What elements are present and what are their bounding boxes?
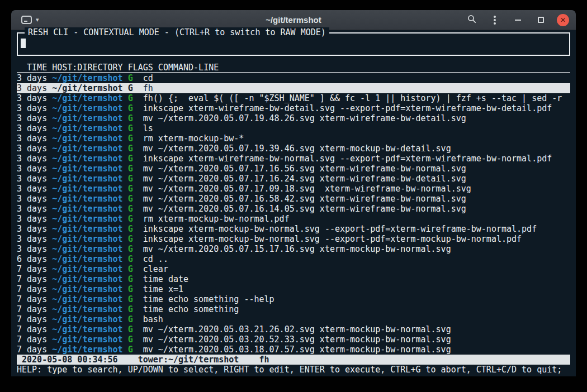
desktop-background: ▾ ~/git/termshot — [0, 0, 587, 392]
help-text: HELP: type to search, UP/DOWN to select,… — [17, 365, 562, 375]
history-row[interactable]: 3 days ~/git/termshot G inkscape xterm-m… — [17, 224, 570, 234]
history-row[interactable]: 3 days ~/git/termshot G mv ~/xterm.2020.… — [17, 144, 570, 154]
titlebar-right-group: ✕ — [465, 13, 569, 27]
row-command: inkscape xterm-mockup-bw-normal.svg --ex… — [143, 224, 537, 234]
row-time: 3 days — [17, 133, 47, 144]
row-time: 3 days — [17, 204, 47, 214]
row-host: ~/git/termshot — [52, 244, 122, 254]
row-command: time echo something — [143, 304, 239, 314]
row-time: 3 days — [17, 194, 47, 204]
history-row[interactable]: 3 days ~/git/termshot G fh() {; eval $( … — [17, 93, 570, 103]
history-row[interactable]: 3 days ~/git/termshot G inkscape xterm-w… — [17, 103, 570, 113]
history-row[interactable]: 7 days ~/git/termshot G mv ~/xterm.2020.… — [17, 345, 570, 355]
history-row[interactable]: 3 days ~/git/termshot G mv ~/xterm.2020.… — [17, 194, 570, 204]
row-flags: G — [128, 113, 133, 123]
history-row[interactable]: 7 days ~/git/termshot G mv ~/xterm.2020.… — [17, 334, 570, 345]
row-time: 3 days — [17, 164, 47, 174]
row-host: ~/git/termshot — [52, 194, 122, 204]
history-row[interactable]: 7 days ~/git/termshot G bash — [17, 314, 570, 324]
row-command: mv ~/xterm.2020.05.07.17.09.18.svg xterm… — [143, 184, 471, 194]
row-time: 3 days — [17, 144, 47, 154]
history-row[interactable]: 3 days ~/git/termshot G rm xterm-mockup-… — [17, 214, 570, 224]
chevron-down-icon: ▾ — [36, 16, 39, 23]
row-flags: G — [128, 284, 133, 294]
search-icon — [467, 15, 476, 25]
row-host: ~/git/termshot — [52, 154, 122, 164]
row-host: ~/git/termshot — [52, 284, 122, 294]
row-time: 3 days — [17, 224, 47, 234]
new-terminal-button[interactable]: ▾ — [18, 13, 42, 26]
text-cursor — [21, 39, 26, 48]
row-time: 7 days — [17, 284, 47, 294]
row-command: mv ~/xterm.2020.05.07.19.48.26.svg xterm… — [143, 113, 466, 123]
row-command: ls — [143, 123, 153, 133]
history-row[interactable]: 3 days ~/git/termshot G mv ~/xterm.2020.… — [17, 113, 570, 123]
row-command: mv ~/xterm.2020.05.07.15.17.16.svg xterm… — [143, 244, 451, 254]
row-flags: G — [128, 294, 133, 304]
row-time: 7 days — [17, 274, 47, 284]
row-flags: G — [128, 234, 133, 244]
row-time: 7 days — [17, 294, 47, 304]
history-row[interactable]: 3 days ~/git/termshot G cd — [17, 73, 570, 83]
history-row[interactable]: 3 days ~/git/termshot G fh — [17, 83, 570, 93]
row-time: 3 days — [17, 83, 47, 93]
history-row[interactable]: 3 days ~/git/termshot G inkscape xterm-m… — [17, 234, 570, 244]
row-flags: G — [128, 214, 133, 224]
history-row[interactable]: 7 days ~/git/termshot G time echo someth… — [17, 304, 570, 314]
history-row[interactable]: 3 days ~/git/termshot G mv ~/xterm.2020.… — [17, 164, 570, 174]
restore-icon — [538, 17, 544, 23]
minimize-icon — [515, 20, 521, 21]
history-row[interactable]: 7 days ~/git/termshot G time date — [17, 274, 570, 284]
history-row[interactable]: 3 days ~/git/termshot G rm xterm-mockup-… — [17, 133, 570, 144]
row-flags: G — [128, 123, 133, 133]
row-host: ~/git/termshot — [52, 164, 122, 174]
history-row[interactable]: 7 days ~/git/termshot G clear — [17, 264, 570, 274]
row-command: rm xterm-mockup-bw-* — [143, 133, 244, 144]
history-row[interactable]: 3 days ~/git/termshot G mv ~/xterm.2020.… — [17, 184, 570, 194]
row-flags: G — [128, 264, 133, 274]
row-command: inkscape xterm-mockup-bw-normal.svg --ex… — [143, 234, 522, 244]
row-host: ~/git/termshot — [52, 83, 122, 93]
history-row[interactable]: 7 days ~/git/termshot G time echo someth… — [17, 294, 570, 304]
search-input[interactable]: RESH CLI - CONTEXTUAL MODE - (CTRL+R to … — [17, 32, 570, 56]
row-command: fh — [143, 83, 153, 93]
history-row[interactable]: 3 days ~/git/termshot G ls — [17, 123, 570, 133]
history-row[interactable]: 3 days ~/git/termshot G mv ~/xterm.2020.… — [17, 204, 570, 214]
history-row[interactable]: 3 days ~/git/termshot G mv ~/xterm.2020.… — [17, 174, 570, 184]
row-host: ~/git/termshot — [52, 73, 122, 83]
row-flags: G — [128, 254, 133, 264]
history-row[interactable]: 3 days ~/git/termshot G mv ~/xterm.2020.… — [17, 244, 570, 254]
column-header: TIME HOST:DIRECTORY FLAGS COMMAND-LINE — [17, 63, 570, 73]
row-time: 3 days — [17, 123, 47, 133]
row-flags: G — [128, 73, 133, 83]
row-command: clear — [143, 264, 168, 274]
row-host: ~/git/termshot — [52, 345, 122, 355]
row-flags: G — [128, 154, 133, 164]
terminal-screen: RESH CLI - CONTEXTUAL MODE - (CTRL+R to … — [11, 30, 576, 376]
row-time: 3 days — [17, 184, 47, 194]
history-row[interactable]: 3 days ~/git/termshot G inkscape xterm-w… — [17, 154, 570, 164]
menu-button[interactable] — [488, 13, 501, 27]
row-flags: G — [128, 174, 133, 184]
row-command: mv ~/xterm.2020.05.07.19.39.46.svg xterm… — [143, 144, 451, 154]
history-row[interactable]: 7 days ~/git/termshot G time x=1 — [17, 284, 570, 294]
row-host: ~/git/termshot — [52, 304, 122, 314]
row-time: 3 days — [17, 93, 47, 103]
row-command: time echo something --help — [143, 294, 274, 304]
search-button[interactable] — [465, 13, 479, 27]
close-button[interactable]: ✕ — [557, 14, 569, 26]
row-command: bash — [143, 314, 163, 324]
status-location: tower:~/git/termshot — [138, 355, 239, 365]
row-flags: G — [128, 83, 133, 93]
minimize-button[interactable] — [511, 13, 524, 27]
row-flags: G — [128, 345, 133, 355]
row-flags: G — [128, 304, 133, 314]
help-line: HELP: type to search, UP/DOWN to select,… — [17, 365, 570, 375]
row-time: 3 days — [17, 174, 47, 184]
row-host: ~/git/termshot — [52, 274, 122, 284]
row-command: mv ~/xterm.2020.05.03.20.52.33.svg xterm… — [143, 334, 451, 345]
history-row[interactable]: 6 days ~/git/termshot G cd .. — [17, 254, 570, 264]
restore-button[interactable] — [534, 13, 547, 27]
history-row[interactable]: 7 days ~/git/termshot G mv ~/xterm.2020.… — [17, 324, 570, 334]
row-flags: G — [128, 274, 133, 284]
